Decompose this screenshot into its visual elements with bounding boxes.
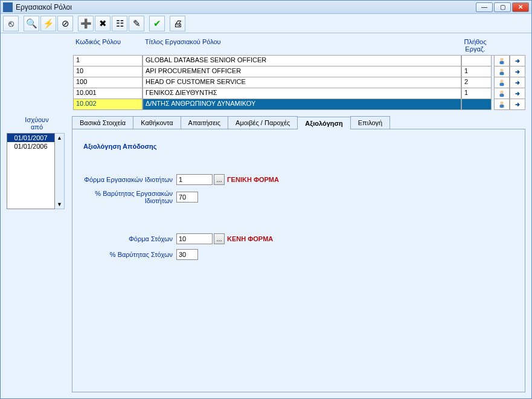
cell-count xyxy=(461,56,492,66)
print-icon[interactable]: 🖨 xyxy=(170,16,185,31)
cell-code: 10.001 xyxy=(73,88,143,99)
cell-title: ΓΕΝΙΚΟΣ ΔΙΕΥΘΥΝΤΗΣ xyxy=(143,88,461,99)
check-icon[interactable]: ✔ xyxy=(149,16,165,31)
tab-pane-evaluation: Αξιολόγηση Απόδοσης Φόρμα Εργασιακών Ιδι… xyxy=(72,129,525,392)
tree-icon[interactable]: ☷ xyxy=(112,16,127,31)
col-header-count: Πλήθος Εργαζ. xyxy=(460,38,490,53)
mid-wrap: Ισχύουν από 01/01/200701/01/2006 ▲ ▼ Βασ… xyxy=(1,114,531,398)
form-traits-lookup-button[interactable]: ... xyxy=(214,174,225,185)
weight-traits-input[interactable] xyxy=(176,192,198,203)
weight-goals-input[interactable] xyxy=(176,249,198,260)
row-assign-icon[interactable] xyxy=(510,66,525,77)
cell-code: 10 xyxy=(73,66,143,77)
dates-label: Ισχύουν από xyxy=(7,116,67,131)
form-goals-lookup-button[interactable]: ... xyxy=(214,233,225,244)
delete-icon[interactable]: ✖ xyxy=(95,16,111,31)
svg-rect-7 xyxy=(500,94,504,97)
exit-icon[interactable]: ⎋ xyxy=(3,16,19,31)
form-traits-label: Φόρμα Εργασιακών Ιδιοτήτων xyxy=(83,176,176,183)
weight-traits-label: % Βαρύτητας Εργασιακών Ιδιοτήτων xyxy=(83,190,176,204)
col-header-code: Κωδικός Ρόλου xyxy=(73,38,143,53)
date-item[interactable]: 01/01/2006 xyxy=(7,142,54,151)
tab-καθ-κοντα[interactable]: Καθήκοντα xyxy=(133,116,181,129)
section-title: Αξιολόγηση Απόδοσης xyxy=(83,143,514,150)
cell-code: 10.002 xyxy=(73,99,143,110)
svg-point-0 xyxy=(500,57,503,60)
row-assign-icon[interactable] xyxy=(510,88,525,99)
cell-code: 100 xyxy=(73,77,143,88)
svg-point-6 xyxy=(500,90,503,93)
cancel-icon[interactable]: ⊘ xyxy=(57,16,73,31)
table-row[interactable]: 10.001ΓΕΝΙΚΟΣ ΔΙΕΥΘΥΝΤΗΣ1 xyxy=(73,88,525,99)
table-row[interactable]: 10API PROCUREMENT OFFICER1 xyxy=(73,66,525,77)
dates-scrollbar[interactable]: ▲ ▼ xyxy=(55,133,65,209)
row-person-icon[interactable] xyxy=(494,88,510,99)
bolt-icon[interactable]: ⚡ xyxy=(40,16,56,31)
row-person-icon[interactable] xyxy=(494,56,510,66)
tab-αμοιβ-ς-παροχ-ς[interactable]: Αμοιβές / Παροχές xyxy=(228,116,298,129)
svg-point-2 xyxy=(500,68,503,71)
tab-επιλογ-[interactable]: Επιλογή xyxy=(350,116,390,129)
maximize-button[interactable]: ▢ xyxy=(494,2,511,12)
tab-βασικ-στοιχε-α[interactable]: Βασικά Στοιχεία xyxy=(72,116,133,129)
scroll-down-icon[interactable]: ▼ xyxy=(57,201,62,207)
dates-list[interactable]: 01/01/200701/01/2006 xyxy=(7,133,55,209)
table-row[interactable]: 10.002Δ/ΝΤΗΣ ΑΝΘΡΩΠΙΝΟΥ ΔΥΝΑΜΙΚΟΥ xyxy=(73,99,525,110)
app-window: Εργασιακοί Ρόλοι — ▢ ✕ ⎋ 🔍 ⚡ ⊘ ➕ ✖ ☷ ✎ ✔… xyxy=(0,0,532,399)
close-button[interactable]: ✕ xyxy=(512,2,529,12)
cell-count xyxy=(461,99,492,110)
tabs-area: Βασικά ΣτοιχείαΚαθήκονταΑπαιτήσειςΑμοιβέ… xyxy=(72,116,525,392)
edit-icon[interactable]: ✎ xyxy=(129,16,144,31)
window-title: Εργασιακοί Ρόλοι xyxy=(16,3,476,11)
tab-αξιολ-γηση[interactable]: Αξιολόγηση xyxy=(297,117,350,129)
date-item[interactable]: 01/01/2007 xyxy=(7,134,54,142)
weight-goals-label: % Βαρύτητας Στόχων xyxy=(83,251,176,258)
dates-panel: Ισχύουν από 01/01/200701/01/2006 ▲ ▼ xyxy=(7,116,67,392)
content: Κωδικός Ρόλου Τίτλος Εργασιακού Ρόλου Πλ… xyxy=(1,33,531,398)
row-person-icon[interactable] xyxy=(494,66,510,77)
row-assign-icon[interactable] xyxy=(510,77,525,88)
cell-title: GLOBAL DATABASE SENIOR OFFICER xyxy=(143,56,461,66)
col-header-title: Τίτλος Εργασιακού Ρόλου xyxy=(143,38,460,53)
svg-point-4 xyxy=(500,79,503,82)
app-icon xyxy=(3,2,13,12)
search-icon[interactable]: 🔍 xyxy=(24,16,39,31)
row-assign-icon[interactable] xyxy=(510,99,525,110)
add-icon[interactable]: ➕ xyxy=(78,16,94,31)
cell-title: HEAD OF CUSTOMER SERVICE xyxy=(143,77,461,88)
roles-grid-area: Κωδικός Ρόλου Τίτλος Εργασιακού Ρόλου Πλ… xyxy=(1,33,531,114)
form-traits-input[interactable] xyxy=(176,174,213,185)
form-goals-label: Φόρμα Στόχων xyxy=(83,235,176,242)
svg-rect-5 xyxy=(500,83,504,86)
cell-title: API PROCUREMENT OFFICER xyxy=(143,66,461,77)
toolbar: ⎋ 🔍 ⚡ ⊘ ➕ ✖ ☷ ✎ ✔ 🖨 xyxy=(1,14,531,33)
form-goals-name: ΚΕΝΗ ΦΟΡΜΑ xyxy=(227,235,273,242)
grid-header: Κωδικός Ρόλου Τίτλος Εργασιακού Ρόλου Πλ… xyxy=(73,37,525,55)
svg-point-8 xyxy=(500,101,503,104)
svg-rect-1 xyxy=(500,61,504,64)
titlebar: Εργασιακοί Ρόλοι — ▢ ✕ xyxy=(1,1,531,14)
cell-code: 1 xyxy=(73,56,143,66)
row-assign-icon[interactable] xyxy=(510,56,525,66)
table-row[interactable]: 1GLOBAL DATABASE SENIOR OFFICER xyxy=(73,56,525,66)
scroll-up-icon[interactable]: ▲ xyxy=(57,135,62,141)
tab-strip: Βασικά ΣτοιχείαΚαθήκονταΑπαιτήσειςΑμοιβέ… xyxy=(72,116,525,129)
svg-rect-3 xyxy=(500,72,504,75)
cell-count: 2 xyxy=(461,77,492,88)
form-traits-name: ΓΕΝΙΚΗ ΦΟΡΜΑ xyxy=(227,176,279,183)
tab-απαιτ-σεις[interactable]: Απαιτήσεις xyxy=(181,116,228,129)
cell-count: 1 xyxy=(461,66,492,77)
cell-title: Δ/ΝΤΗΣ ΑΝΘΡΩΠΙΝΟΥ ΔΥΝΑΜΙΚΟΥ xyxy=(143,99,461,110)
form-goals-input[interactable] xyxy=(176,233,213,244)
row-person-icon[interactable] xyxy=(494,99,510,110)
row-person-icon[interactable] xyxy=(494,77,510,88)
svg-rect-9 xyxy=(500,105,504,108)
cell-count: 1 xyxy=(461,88,492,99)
table-row[interactable]: 100HEAD OF CUSTOMER SERVICE2 xyxy=(73,77,525,88)
minimize-button[interactable]: — xyxy=(476,2,493,12)
grid-rows: 1GLOBAL DATABASE SENIOR OFFICER10API PRO… xyxy=(73,55,525,110)
